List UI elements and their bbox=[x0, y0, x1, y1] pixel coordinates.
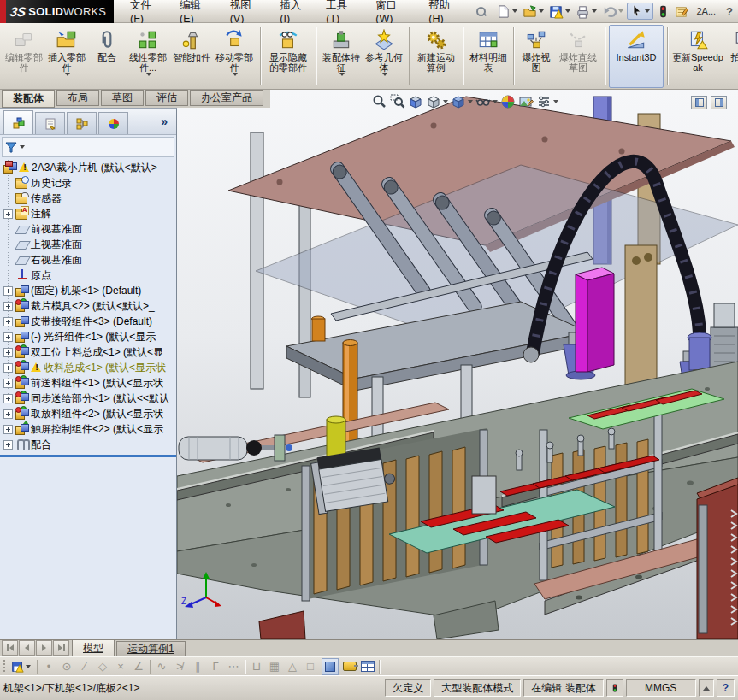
tree-item-pick-place[interactable]: 取放料组件<2> (默认<显示状 bbox=[0, 406, 176, 421]
spline-tool-icon[interactable]: ∿ bbox=[155, 659, 168, 674]
tree-item-right-plane[interactable]: 右视基准面 bbox=[0, 252, 176, 268]
model-tab[interactable]: 模型 bbox=[72, 639, 115, 656]
circle-tool-icon[interactable]: ⊙ bbox=[60, 659, 74, 674]
dimension-tool-icon[interactable]: ⊔ bbox=[250, 659, 263, 674]
tree-item-front-feeder[interactable]: 前送料组件<1> (默认<显示状 bbox=[0, 375, 176, 391]
display-style-icon[interactable] bbox=[451, 94, 473, 109]
reference-geometry-button[interactable]: 参考几何体 bbox=[363, 25, 405, 88]
document-name-short[interactable]: 2A... bbox=[696, 6, 716, 16]
construction-tool-icon[interactable]: ⋯ bbox=[227, 659, 240, 674]
instant3d-button[interactable]: Instant3D bbox=[609, 25, 664, 88]
next-sheet-button[interactable] bbox=[36, 640, 52, 656]
move-component-button[interactable]: 移动零部件 bbox=[212, 25, 257, 88]
tree-item-cutting-die[interactable]: 裁片模具<2> (默认<默认>_ bbox=[0, 298, 176, 314]
file-properties-button[interactable] bbox=[673, 3, 691, 20]
update-speedpak-button[interactable]: 更新Speedpak bbox=[671, 25, 724, 88]
expand-icon[interactable] bbox=[3, 409, 13, 419]
expand-icon[interactable] bbox=[3, 286, 13, 296]
expand-icon[interactable] bbox=[3, 209, 13, 219]
configurationmanager-tab[interactable] bbox=[67, 112, 97, 134]
polygon-tool-icon[interactable]: ◇ bbox=[96, 659, 109, 674]
open-document-button[interactable] bbox=[521, 3, 546, 20]
triangle-tool-icon[interactable]: △ bbox=[286, 659, 299, 674]
propertymanager-tab[interactable] bbox=[35, 112, 65, 134]
tree-item-top-plane[interactable]: 上视基准面 bbox=[0, 237, 176, 252]
measure-tool-icon[interactable] bbox=[343, 662, 357, 671]
assembly-features-button[interactable]: 装配体特征 bbox=[320, 25, 363, 88]
expand-icon[interactable] bbox=[3, 394, 13, 403]
view-settings-icon[interactable] bbox=[536, 94, 558, 109]
tree-item-fiber-optic[interactable]: (-) 光纤组件<1> (默认<显示 bbox=[0, 329, 176, 344]
appearances-icon[interactable] bbox=[500, 94, 516, 109]
tab-assembly[interactable]: 装配体 bbox=[2, 90, 55, 108]
bill-of-materials-button[interactable]: 材料明细表 bbox=[467, 25, 510, 88]
tree-item-frame[interactable]: (固定) 机架<1> (Default) bbox=[0, 283, 176, 298]
tree-filter-bar[interactable] bbox=[2, 137, 174, 157]
tree-item-sensors[interactable]: 传感器 bbox=[0, 191, 176, 206]
insert-component-button[interactable]: 插入零部件 bbox=[44, 25, 89, 88]
last-sheet-button[interactable] bbox=[53, 640, 69, 656]
corner-tool-icon[interactable]: Γ bbox=[209, 659, 222, 674]
previous-sheet-button[interactable] bbox=[19, 640, 35, 656]
tree-item-history[interactable]: 历史记录 bbox=[0, 175, 176, 191]
zoom-fit-icon[interactable] bbox=[372, 94, 387, 109]
motion-study-tab[interactable]: 运动算例1 bbox=[116, 641, 186, 656]
expand-icon[interactable] bbox=[3, 440, 13, 450]
help-icon[interactable]: ? bbox=[726, 5, 733, 18]
new-motion-study-button[interactable]: 新建运动算例 bbox=[413, 25, 459, 88]
panel-splitter[interactable] bbox=[0, 455, 176, 457]
tree-item-touchscreen-control[interactable]: 触屏控制组件<2> (默认<显示 bbox=[0, 421, 176, 437]
expand-icon[interactable] bbox=[3, 332, 13, 342]
tab-sketch[interactable]: 草图 bbox=[101, 90, 144, 106]
hide-show-items-icon[interactable] bbox=[475, 94, 498, 109]
tree-item-front-plane[interactable]: 前视基准面 bbox=[0, 221, 176, 237]
expand-icon[interactable] bbox=[3, 317, 13, 326]
rebuild-button[interactable] bbox=[655, 3, 671, 20]
select-tool-button[interactable] bbox=[627, 3, 653, 20]
wireframe-cube-icon[interactable]: □ bbox=[304, 659, 317, 674]
mate-button[interactable]: 配合 bbox=[89, 25, 125, 88]
cross-tool-icon[interactable]: × bbox=[114, 659, 127, 674]
expand-icon[interactable] bbox=[3, 379, 13, 388]
tree-item-origin[interactable]: 原点 bbox=[0, 268, 176, 283]
tree-item-dual-station-loader[interactable]: 双工位上料总成<1> (默认<显 bbox=[0, 344, 176, 360]
expand-icon[interactable] bbox=[3, 425, 13, 434]
graphics-viewport[interactable]: Z bbox=[177, 90, 738, 639]
panel-overflow-chevron[interactable]: » bbox=[161, 115, 168, 128]
parallel-tool-icon[interactable]: ∥ bbox=[191, 659, 204, 674]
zoom-area-icon[interactable] bbox=[390, 94, 405, 109]
point-tool-icon[interactable]: • bbox=[42, 659, 56, 674]
save-warning-button[interactable] bbox=[9, 659, 32, 674]
line-tool-icon[interactable]: ∕ bbox=[78, 659, 92, 674]
new-document-button[interactable] bbox=[494, 3, 519, 20]
smart-fasteners-button[interactable]: 智能扣件 bbox=[171, 25, 212, 88]
collapse-left-button[interactable] bbox=[691, 96, 707, 109]
shaded-cube-button[interactable] bbox=[322, 658, 339, 675]
tree-item-belt-transfer[interactable]: 皮带接驳组件<3> (Default) bbox=[0, 314, 176, 329]
tree-item-assembly-root[interactable]: 2A3A裁小片机 (默认<默认> bbox=[0, 160, 176, 175]
grid-tool-icon[interactable]: ▦ bbox=[268, 659, 281, 674]
section-view-icon[interactable] bbox=[408, 94, 423, 109]
exploded-view-button[interactable]: 爆炸视图 bbox=[517, 25, 555, 88]
take-snapshot-button[interactable]: 拍快照 bbox=[724, 25, 738, 88]
featuremanager-tab[interactable] bbox=[3, 110, 33, 134]
units-selector[interactable]: MMGS bbox=[626, 679, 696, 697]
tab-layout[interactable]: 布局 bbox=[56, 90, 99, 106]
angle-tool-icon[interactable]: ∠ bbox=[132, 659, 145, 674]
tree-item-sync-feed[interactable]: 同步送给部分<1> (默认<<默认 bbox=[0, 391, 176, 406]
tree-item-annotations[interactable]: 注解 bbox=[0, 206, 176, 221]
expand-icon[interactable] bbox=[3, 363, 13, 373]
units-dropdown-button[interactable] bbox=[699, 679, 714, 697]
expand-icon[interactable] bbox=[3, 302, 13, 311]
toolbar-grip[interactable] bbox=[3, 660, 5, 674]
relations-tool-icon[interactable]: ≯ bbox=[173, 659, 186, 674]
print-button[interactable] bbox=[574, 3, 599, 20]
tab-evaluate[interactable]: 评估 bbox=[145, 90, 188, 106]
save-button[interactable] bbox=[547, 3, 572, 20]
apply-scene-icon[interactable] bbox=[518, 94, 534, 109]
table-tool-icon[interactable] bbox=[361, 661, 375, 672]
status-help-button[interactable]: ? bbox=[717, 679, 735, 697]
expand-icon[interactable] bbox=[3, 348, 13, 357]
collapse-right-button[interactable] bbox=[711, 96, 727, 109]
tab-office-products[interactable]: 办公室产品 bbox=[190, 90, 263, 106]
